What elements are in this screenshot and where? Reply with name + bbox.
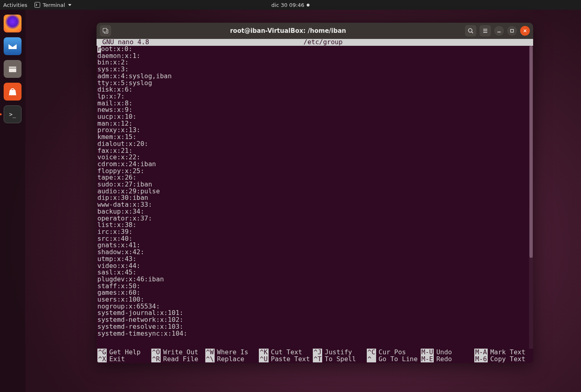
file-line: list:x:38:: [97, 222, 532, 229]
file-line: tape:x:26:: [97, 174, 532, 181]
nano-shortcut: ^TTo Spell: [313, 356, 367, 362]
notification-dot-icon: [307, 4, 310, 6]
shortcut-label: Get Help: [107, 349, 140, 356]
file-line: irc:x:39:: [97, 229, 532, 236]
dock: >_: [0, 10, 25, 392]
shortcut-key: ^R: [151, 356, 161, 362]
minimize-button[interactable]: [494, 26, 504, 36]
file-line: mail:x:8:: [97, 100, 532, 107]
file-line: floppy:x:25:: [97, 168, 532, 175]
file-line: sudo:x:27:iban: [97, 181, 532, 188]
clock-label: dic 30 09:46: [271, 2, 304, 8]
terminal-window: root@iban-VirtualBox: /home/iban GNU nan…: [97, 23, 533, 363]
clock[interactable]: dic 30 09:46: [271, 2, 310, 8]
terminal-body[interactable]: GNU nano 4.8 /etc/group root:x:0:daemon:…: [97, 39, 533, 363]
shortcut-label: Where Is: [215, 349, 248, 356]
nano-shortcut: ^KCut Text: [259, 349, 313, 356]
nano-header: GNU nano 4.8 /etc/group: [97, 39, 533, 46]
svg-line-5: [472, 32, 473, 34]
shortcut-key: ^O: [151, 349, 161, 356]
shortcut-label: Justify: [322, 349, 352, 356]
nano-shortcut: ^OWrite Out: [151, 349, 205, 356]
scrollbar[interactable]: [529, 46, 533, 349]
shortcut-label: Undo: [434, 349, 452, 356]
nano-shortcut: ^WWhere Is: [205, 349, 259, 356]
file-line: gnats:x:41:: [97, 242, 532, 249]
shortcut-label: Redo: [434, 356, 452, 362]
dock-item-files[interactable]: [2, 58, 23, 79]
svg-rect-10: [511, 30, 514, 32]
nano-shortcut: ^XExit: [97, 356, 151, 362]
file-line: daemon:x:1:: [97, 53, 532, 60]
file-line: staff:x:50:: [97, 283, 532, 290]
minimize-icon: [497, 29, 501, 33]
shortcut-key: M-6: [474, 356, 488, 362]
shortcut-key: ^K: [259, 349, 268, 356]
shortcut-key: M-E: [421, 356, 434, 362]
window-title: root@iban-VirtualBox: /home/iban: [114, 27, 462, 34]
nano-shortcut: M-AMark Text: [474, 349, 528, 356]
shortcut-label: Write Out: [161, 349, 198, 356]
file-line: kmem:x:15:: [97, 134, 532, 141]
dock-item-software[interactable]: [2, 81, 23, 102]
file-line: bin:x:2:: [97, 59, 532, 66]
activities-button[interactable]: Activities: [3, 2, 27, 8]
shortcut-label: Paste Text: [269, 356, 310, 362]
svg-rect-3: [103, 28, 107, 32]
shortcut-key: ^C: [367, 349, 376, 356]
gnome-top-bar: Activities Terminal dic 30 09:46: [0, 0, 581, 10]
file-line: voice:x:22:: [97, 154, 532, 161]
shortcut-key: ^W: [205, 349, 215, 356]
file-line: users:x:100:: [97, 296, 532, 303]
shortcut-key: ^U: [259, 356, 268, 362]
shortcut-label: Read File: [161, 356, 198, 362]
files-icon: [4, 60, 22, 78]
file-line: adm:x:4:syslog,iban: [97, 73, 532, 80]
file-line: utmp:x:43:: [97, 256, 532, 263]
menu-button[interactable]: [480, 25, 491, 36]
maximize-icon: [510, 29, 514, 33]
shortcut-label: Go To Line: [376, 356, 417, 362]
file-line: shadow:x:42:: [97, 249, 532, 256]
shortcut-label: To Spell: [322, 356, 356, 362]
firefox-icon: [4, 15, 22, 32]
nano-shortcut-bar: ^GGet Help^OWrite Out^WWhere Is^KCut Tex…: [97, 349, 529, 363]
dock-item-thunderbird[interactable]: [2, 36, 23, 57]
dock-item-firefox[interactable]: [2, 13, 23, 34]
shortcut-key: ^G: [97, 349, 107, 356]
nano-shortcut: ^JJustify: [313, 349, 367, 356]
file-line: www-data:x:33:: [97, 201, 532, 208]
maximize-button[interactable]: [507, 26, 517, 36]
svg-rect-0: [35, 2, 40, 8]
new-tab-button[interactable]: [100, 25, 111, 36]
file-line: news:x:9:: [97, 107, 532, 114]
app-menu[interactable]: Terminal: [34, 2, 71, 8]
shortcut-key: ^T: [313, 356, 322, 362]
file-line: tty:x:5:syslog: [97, 80, 532, 87]
shortcut-key: ^J: [313, 349, 322, 356]
software-store-icon: [4, 83, 22, 101]
file-line: backup:x:34:: [97, 208, 532, 215]
file-line: systemd-timesync:x:104:: [97, 330, 532, 337]
nano-shortcut: ^UPaste Text: [259, 356, 313, 362]
file-line: disk:x:6:: [97, 86, 532, 93]
file-line: dialout:x:20:: [97, 141, 532, 148]
nano-shortcut: ^CCur Pos: [367, 349, 421, 356]
terminal-app-icon: >_: [4, 105, 22, 123]
close-icon: [523, 29, 527, 33]
nano-shortcut: ^\Replace: [205, 356, 259, 362]
close-button[interactable]: [520, 26, 530, 36]
nano-shortcut: M-ERedo: [421, 356, 475, 362]
file-line: fax:x:21:: [97, 148, 532, 154]
search-button[interactable]: [465, 25, 476, 36]
file-line: dip:x:30:iban: [97, 195, 532, 201]
window-titlebar: root@iban-VirtualBox: /home/iban: [97, 23, 533, 39]
file-line: root:x:0:: [97, 46, 532, 53]
dock-item-terminal[interactable]: >_: [2, 104, 23, 125]
scrollbar-thumb[interactable]: [529, 46, 533, 258]
shortcut-label: Cur Pos: [376, 349, 406, 356]
new-tab-icon: [102, 28, 109, 34]
chevron-down-icon: [68, 4, 71, 6]
file-content[interactable]: root:x:0:daemon:x:1:bin:x:2:sys:x:3:adm:…: [97, 46, 533, 344]
nano-filename: /etc/group: [303, 39, 342, 46]
